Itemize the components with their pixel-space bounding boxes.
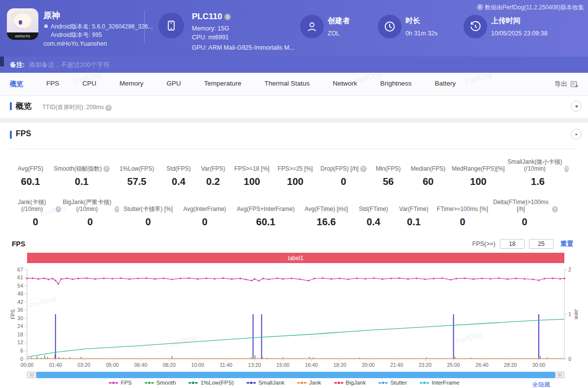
stat-value: 0.2 xyxy=(206,176,220,187)
fps-stats-row-2: Jank(卡顿) (/10min)?0BigJank(严重卡顿) (/10min… xyxy=(10,196,578,228)
help-icon[interactable]: ? xyxy=(564,166,569,172)
info-icon: i xyxy=(477,4,483,10)
scrollbar-track[interactable] xyxy=(36,372,555,378)
stat-Stutter(卡顿率) [%]: Stutter(卡顿率) [%]0 xyxy=(119,196,177,228)
note-input-placeholder[interactable]: 添加备注，不超过200个字符 xyxy=(29,60,110,69)
section-accent-bar xyxy=(10,102,12,110)
svg-text:15:00: 15:00 xyxy=(277,362,289,368)
legend-item-1%Low(FPS)[interactable]: 1%Low(FPS) xyxy=(188,380,234,386)
app-icon-badge: miHoYo xyxy=(7,32,38,40)
upload-value: 10/05/2025 23:09:38 xyxy=(491,30,548,37)
stat-SmallJank(微小卡顿) (/10min): SmallJank(微小卡顿) (/10min)?1.6 xyxy=(507,155,569,187)
svg-text:54: 54 xyxy=(17,283,23,289)
svg-text:25:00: 25:00 xyxy=(447,362,460,368)
svg-text:18:20: 18:20 xyxy=(333,362,346,368)
export-button[interactable]: 导出 xyxy=(555,80,578,89)
creator-icon xyxy=(300,15,324,38)
chart-label-banner: label1 xyxy=(27,253,564,263)
stat-Min(FPS): Min(FPS)56 xyxy=(370,155,406,187)
stat-value: 60 xyxy=(423,176,433,187)
device-info-icon[interactable]: i xyxy=(224,14,231,20)
tab-Temperature[interactable]: Temperature xyxy=(204,80,242,89)
svg-text:12: 12 xyxy=(17,339,23,345)
stat-value: 0 xyxy=(202,216,207,228)
tab-Memory[interactable]: Memory xyxy=(120,80,144,89)
stat-Avg(FPS+InterFrame): Avg(FPS+InterFrame)60.1 xyxy=(232,196,299,228)
stat-value: 60.1 xyxy=(256,216,276,228)
tab-Thermal Status[interactable]: Thermal Status xyxy=(265,80,310,89)
svg-text:30: 30 xyxy=(17,315,23,321)
svg-text:67: 67 xyxy=(17,267,23,272)
hide-all-link[interactable]: 全隐藏 xyxy=(532,381,550,388)
svg-text:05:00: 05:00 xyxy=(106,362,119,368)
stat-value: 0 xyxy=(460,216,465,228)
stat-value: 0 xyxy=(522,216,527,228)
svg-text:01:40: 01:40 xyxy=(49,362,62,368)
duration-label: 时长 xyxy=(405,16,420,26)
stat-Jank(卡顿) (/10min): Jank(卡顿) (/10min)?0 xyxy=(10,196,61,228)
svg-text:26:40: 26:40 xyxy=(475,362,488,368)
fps-threshold-input-2[interactable] xyxy=(529,239,554,249)
stat-Smooth(稳帧指数): Smooth(稳帧指数)?0.1 xyxy=(51,155,112,187)
scrollbar-left-handle[interactable] xyxy=(27,372,36,378)
svg-text:36: 36 xyxy=(17,307,23,313)
tab-Battery[interactable]: Battery xyxy=(434,80,456,89)
legend-item-Jank[interactable]: Jank xyxy=(297,380,321,386)
legend-item-Stutter[interactable]: Stutter xyxy=(378,380,407,386)
tab-Network[interactable]: Network xyxy=(333,80,357,89)
stat-Avg(InterFrame): Avg(InterFrame)0 xyxy=(177,196,232,228)
svg-text:18: 18 xyxy=(17,331,23,337)
stat-value: 56 xyxy=(383,176,394,187)
stat-Var(FTime): Var(FTime)0.1 xyxy=(394,196,434,228)
help-icon[interactable]: ? xyxy=(56,206,61,212)
stat-value: 0.1 xyxy=(75,176,89,187)
help-icon[interactable]: ? xyxy=(103,166,110,172)
stat-value: 0 xyxy=(145,216,151,228)
fps-chart[interactable]: 061218243036424854616701200:0001:4003:20… xyxy=(10,265,578,369)
creator-label: 创建者 xyxy=(328,16,350,26)
legend-item-InterFrame[interactable]: InterFrame xyxy=(420,380,459,386)
tab-CPU[interactable]: CPU xyxy=(82,80,96,89)
stat-Drop(FPS) [/h]: Drop(FPS) [/h]?0 xyxy=(317,155,370,187)
android-icon xyxy=(43,24,49,29)
legend-item-SmallJank[interactable]: SmallJank xyxy=(247,380,284,386)
svg-text:30:00: 30:00 xyxy=(532,362,545,368)
legend-item-FPS[interactable]: FPS xyxy=(109,380,131,386)
help-icon[interactable]: ? xyxy=(552,206,558,212)
fps-threshold-input-1[interactable] xyxy=(500,239,525,249)
help-icon[interactable]: ? xyxy=(115,206,119,212)
perfdog-report-page: miHoYo 原神 Android版本名: 5.6.0_32604286_326… xyxy=(0,0,588,388)
export-icon xyxy=(570,81,578,88)
stat-Avg(FPS): Avg(FPS)60.1 xyxy=(10,155,51,187)
fps-chart-header: FPS FPS(>=) 重置 xyxy=(12,238,573,250)
tab-Brightness[interactable]: Brightness xyxy=(380,80,412,89)
fps-collapse-button[interactable]: ▼ xyxy=(571,129,582,140)
note-bar[interactable]: 备注: 添加备注，不超过200个字符 xyxy=(0,57,588,73)
section-accent-bar xyxy=(10,131,12,139)
stat-Delta(FTime)>100ms [/h]: Delta(FTime)>100ms [/h]?0 xyxy=(491,196,558,228)
scrollbar-right-handle[interactable] xyxy=(555,372,564,378)
tab-FPS[interactable]: FPS xyxy=(46,80,59,89)
chart-scrollbar[interactable] xyxy=(27,372,564,378)
device-memory: Memory: 15G xyxy=(192,25,229,32)
tab-概览[interactable]: 概览 xyxy=(10,80,23,89)
tab-GPU[interactable]: GPU xyxy=(167,80,181,89)
stat-FPS>=25 [%]: FPS>=25 [%]100 xyxy=(274,155,317,187)
app-version-code: Android版本号: 995 xyxy=(51,31,102,39)
stat-value: 100 xyxy=(470,176,486,187)
svg-text:61: 61 xyxy=(17,274,23,280)
stat-value: 60.1 xyxy=(21,176,40,187)
legend-item-Smooth[interactable]: Smooth xyxy=(145,380,176,386)
stat-Std(FPS): Std(FPS)0.4 xyxy=(161,155,196,187)
reset-button[interactable]: 重置 xyxy=(560,239,573,248)
fps-section-title: FPS xyxy=(16,129,31,138)
device-cpu: CPU: mt6991 xyxy=(192,34,229,41)
collect-note: i 数据由PerfDog(11.2.250408)版本收集 xyxy=(474,3,584,12)
duration-icon xyxy=(378,15,402,38)
fps-chart-title: FPS xyxy=(12,240,25,248)
ttid-help-icon[interactable]: ? xyxy=(105,105,112,111)
help-icon[interactable]: ? xyxy=(360,166,367,172)
overview-collapse-button[interactable]: ◀ xyxy=(571,101,582,112)
svg-text:10:00: 10:00 xyxy=(191,362,204,368)
legend-item-BigJank[interactable]: BigJank xyxy=(334,380,366,386)
